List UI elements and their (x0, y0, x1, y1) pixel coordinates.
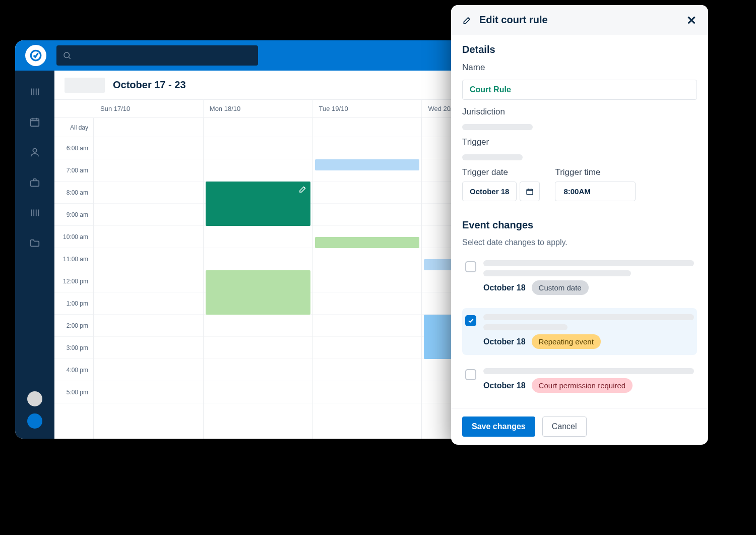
presence-indicator-blue[interactable] (27, 413, 42, 429)
svg-point-3 (33, 149, 36, 152)
date-picker-button[interactable] (520, 182, 540, 201)
person-icon (29, 147, 40, 158)
time-label: 3:00 pm (54, 337, 93, 359)
time-label: 5:00 pm (54, 381, 93, 403)
trigger-value-placeholder (462, 154, 523, 160)
nav-item-activities[interactable] (29, 207, 41, 219)
change-tag: Custom date (532, 280, 589, 295)
time-label: 11:00 am (54, 248, 93, 270)
time-label: 10:00 am (54, 226, 93, 248)
search-icon (62, 51, 72, 60)
panel-body: Details Name Court Rule Jurisdiction Tri… (451, 35, 708, 408)
event-change-item[interactable]: October 18 Repeating event (462, 308, 697, 355)
time-label: 12:00 pm (54, 270, 93, 292)
day-column-sun[interactable] (94, 118, 203, 439)
calendar-icon (29, 116, 40, 128)
panel-footer: Save changes Cancel (451, 408, 708, 445)
event-changes-heading: Event changes (462, 219, 697, 231)
bars-icon (29, 207, 40, 218)
change-date: October 18 (483, 381, 526, 390)
nav-item-dashboard[interactable] (29, 86, 41, 98)
event-change-item[interactable]: October 18 Custom date (462, 254, 697, 301)
date-range-label: October 17 - 23 (113, 79, 186, 91)
name-input[interactable]: Court Rule (462, 80, 697, 100)
change-date: October 18 (483, 283, 526, 292)
save-button[interactable]: Save changes (462, 417, 535, 437)
search-input[interactable] (56, 45, 258, 66)
day-column-mon[interactable] (203, 118, 312, 439)
time-label: 8:00 am (54, 182, 93, 204)
event-changes-helper: Select date changes to apply. (462, 238, 697, 247)
change-checkbox[interactable] (465, 369, 476, 380)
trigger-date-label: Trigger date (462, 167, 540, 177)
time-label: 1:00 pm (54, 292, 93, 315)
change-checkbox[interactable] (465, 315, 476, 326)
svg-rect-2 (31, 119, 39, 127)
time-label: 7:00 am (54, 159, 93, 182)
change-date: October 18 (483, 337, 526, 346)
calendar-event[interactable] (206, 270, 310, 315)
svg-rect-4 (31, 181, 39, 186)
sidebar (15, 71, 54, 439)
day-header[interactable]: Sun 17/10 (94, 100, 203, 117)
change-checkbox[interactable] (465, 261, 476, 272)
change-tag: Court permission required (532, 378, 633, 393)
nav-item-contacts[interactable] (29, 146, 41, 158)
change-tag: Repeating event (532, 334, 601, 349)
time-column: All day 6:00 am 7:00 am 8:00 am 9:00 am … (54, 118, 94, 439)
trigger-time-label: Trigger time (555, 167, 636, 177)
svg-rect-5 (527, 189, 533, 195)
edit-icon (298, 185, 307, 194)
day-header[interactable]: Mon 18/10 (203, 100, 312, 117)
toolbar-prev-button[interactable] (65, 78, 105, 93)
trigger-date-input[interactable]: October 18 (462, 182, 517, 201)
close-icon (686, 15, 697, 26)
check-circle-icon (29, 49, 42, 62)
jurisdiction-label: Jurisdiction (462, 107, 697, 117)
folder-icon (29, 237, 40, 249)
calendar-event[interactable] (206, 182, 310, 226)
details-heading: Details (462, 44, 697, 55)
trigger-label: Trigger (462, 137, 697, 147)
day-column-tue[interactable] (312, 118, 422, 439)
time-label: 4:00 pm (54, 359, 93, 381)
briefcase-icon (29, 177, 40, 188)
calendar-icon (526, 188, 534, 196)
panel-title: Edit court rule (479, 14, 548, 26)
nav-item-matters[interactable] (29, 176, 41, 189)
cancel-button[interactable]: Cancel (542, 417, 587, 437)
edit-icon (462, 15, 472, 25)
time-label: 9:00 am (54, 204, 93, 226)
calendar-event[interactable] (315, 159, 420, 170)
nav-item-documents[interactable] (29, 237, 41, 249)
check-icon (467, 317, 474, 324)
time-label: 6:00 am (54, 137, 93, 159)
name-label: Name (462, 63, 697, 73)
trigger-time-input[interactable]: 8:00AM (555, 182, 636, 201)
time-label: 2:00 pm (54, 315, 93, 337)
app-logo[interactable] (25, 45, 46, 66)
nav-item-calendar[interactable] (29, 116, 41, 128)
calendar-event[interactable] (315, 237, 420, 248)
event-change-item[interactable]: October 18 Court permission required (462, 362, 697, 399)
svg-point-1 (64, 52, 70, 58)
panel-header: Edit court rule (451, 5, 708, 35)
close-button[interactable] (686, 15, 697, 26)
time-label-allday: All day (54, 118, 93, 137)
presence-indicator-grey[interactable] (27, 391, 42, 406)
day-header[interactable]: Tue 19/10 (312, 100, 422, 117)
edit-court-rule-panel: Edit court rule Details Name Court Rule … (451, 5, 708, 445)
jurisdiction-value-placeholder (462, 124, 533, 130)
bars-icon (29, 86, 40, 97)
